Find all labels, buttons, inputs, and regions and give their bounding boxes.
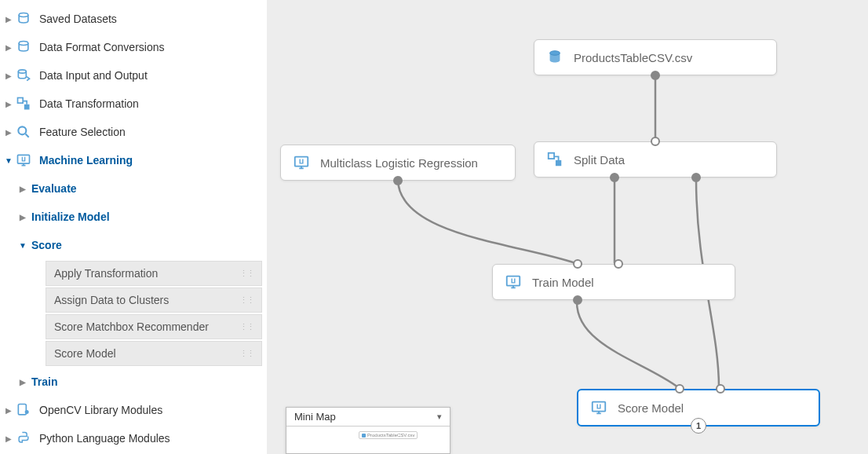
- tree-item-initialize-model[interactable]: ▶ Initialize Model: [17, 203, 267, 231]
- transform-icon: [14, 94, 33, 113]
- cylinder-icon: [545, 48, 564, 67]
- ml-icon: [14, 151, 33, 170]
- node-dataset[interactable]: ProductsTableCSV.csv: [534, 39, 777, 75]
- ml-icon: [504, 273, 523, 291]
- magnify-icon: [14, 123, 33, 141]
- ml-icon: [589, 398, 608, 417]
- output-port[interactable]: [573, 295, 582, 305]
- tree-item-machine-learning[interactable]: ▼ Machine Learning: [3, 146, 267, 174]
- opencv-icon: [14, 401, 33, 419]
- ml-icon: [292, 153, 311, 172]
- minimap-header[interactable]: Mini Map ▾: [286, 408, 450, 427]
- minimap-body[interactable]: ProductsTableCSV.csv: [286, 427, 450, 453]
- node-label: Train Model: [532, 276, 594, 289]
- module-label: Apply Transformation: [54, 267, 158, 280]
- svg-rect-13: [295, 157, 308, 167]
- svg-rect-6: [18, 155, 30, 163]
- drag-grip-icon: ⋮⋮: [239, 269, 253, 279]
- tree-label: Data Input and Output: [39, 69, 267, 82]
- minimap-node: ProductsTableCSV.csv: [359, 431, 418, 439]
- tree-label: Feature Selection: [39, 126, 267, 138]
- svg-point-5: [18, 126, 26, 134]
- tree-item-saved-datasets[interactable]: ▶ Saved Datasets: [3, 5, 267, 33]
- input-port-1[interactable]: [675, 384, 684, 394]
- module-assign-clusters[interactable]: Assign Data to Clusters ⋮⋮: [46, 287, 262, 313]
- chevron-right-icon: ▶: [3, 43, 14, 52]
- tree-label: Python Language Modules: [39, 432, 267, 445]
- cylinder-icon: [14, 9, 33, 28]
- svg-rect-14: [549, 153, 554, 159]
- tree-item-evaluate[interactable]: ▶ Evaluate: [17, 174, 267, 203]
- svg-point-8: [25, 410, 29, 414]
- tree-label: Evaluate: [31, 182, 267, 195]
- module-label: Score Model: [54, 347, 116, 360]
- output-count-badge[interactable]: 1: [691, 418, 706, 434]
- cylinder-arrow-icon: [14, 66, 33, 85]
- chevron-down-icon: ▼: [3, 156, 14, 165]
- tree-item-python[interactable]: ▶ Python Language Modules: [3, 424, 267, 452]
- input-port-1[interactable]: [573, 259, 582, 269]
- tree-label: Machine Learning: [39, 154, 267, 167]
- node-multiclass-logistic-regression[interactable]: Multiclass Logistic Regression: [280, 145, 516, 181]
- cylinder-icon: [14, 38, 33, 57]
- module-apply-transformation[interactable]: Apply Transformation ⋮⋮: [46, 261, 262, 286]
- svg-rect-17: [593, 402, 606, 412]
- tree-label: Data Format Conversions: [39, 41, 267, 53]
- svg-point-0: [19, 13, 28, 17]
- tree-item-data-io[interactable]: ▶ Data Input and Output: [3, 61, 267, 90]
- tree-label: Data Transformation: [39, 97, 267, 110]
- node-label: Score Model: [618, 401, 684, 415]
- node-score-model[interactable]: Score Model 1: [577, 389, 820, 427]
- minimap-title: Mini Map: [294, 411, 336, 423]
- tree-label: Initialize Model: [31, 211, 267, 223]
- svg-point-2: [18, 70, 26, 73]
- module-score-model[interactable]: Score Model ⋮⋮: [46, 341, 262, 366]
- svg-rect-16: [507, 276, 520, 286]
- chevron-right-icon: ▶: [17, 213, 28, 222]
- chevron-right-icon: ▶: [3, 128, 14, 137]
- drag-grip-icon: ⋮⋮: [239, 322, 253, 332]
- minimap-panel[interactable]: Mini Map ▾ ProductsTableCSV.csv: [286, 407, 450, 454]
- module-label: Score Matchbox Recommender: [54, 320, 209, 333]
- tree-label: Saved Datasets: [39, 13, 267, 25]
- tree-item-opencv[interactable]: ▶ OpenCV Library Modules: [3, 396, 267, 424]
- node-label: Split Data: [574, 153, 625, 167]
- svg-rect-7: [18, 405, 26, 415]
- chevron-right-icon: ▶: [17, 185, 28, 193]
- output-port[interactable]: [651, 71, 660, 80]
- node-label: Multiclass Logistic Regression: [320, 156, 478, 170]
- node-train-model[interactable]: Train Model: [492, 264, 735, 300]
- svg-rect-4: [24, 104, 30, 110]
- chevron-down-icon[interactable]: ▾: [437, 412, 442, 422]
- node-label: ProductsTableCSV.csv: [574, 51, 692, 64]
- module-tree-sidebar[interactable]: ▶ Saved Datasets ▶ Data Format Conversio…: [0, 0, 267, 454]
- tree-item-score[interactable]: ▼ Score: [17, 231, 267, 259]
- chevron-right-icon: ▶: [3, 100, 14, 108]
- tree-item-feature-selection[interactable]: ▶ Feature Selection: [3, 118, 267, 146]
- minimap-node-label: ProductsTableCSV.csv: [367, 433, 414, 438]
- chevron-right-icon: ▶: [3, 406, 14, 415]
- output-port-2[interactable]: [691, 173, 701, 182]
- tree-item-data-format[interactable]: ▶ Data Format Conversions: [3, 33, 267, 61]
- node-split-data[interactable]: Split Data: [534, 141, 777, 178]
- tree-item-train[interactable]: ▶ Train: [17, 368, 267, 396]
- input-port[interactable]: [651, 137, 660, 146]
- transform-icon: [545, 150, 564, 169]
- drag-grip-icon: ⋮⋮: [239, 349, 253, 359]
- tree-label: Score: [31, 239, 267, 251]
- output-port[interactable]: [393, 176, 403, 185]
- svg-point-1: [19, 42, 28, 46]
- chevron-right-icon: ▶: [3, 434, 14, 443]
- tree-label: OpenCV Library Modules: [39, 404, 267, 416]
- output-port-1[interactable]: [610, 173, 619, 182]
- module-score-matchbox[interactable]: Score Matchbox Recommender ⋮⋮: [46, 314, 262, 339]
- input-port-2[interactable]: [716, 384, 725, 394]
- input-port-2[interactable]: [614, 259, 623, 269]
- experiment-canvas[interactable]: ProductsTableCSV.csv Multiclass Logistic…: [267, 0, 868, 454]
- tree-item-data-transform[interactable]: ▶ Data Transformation: [3, 90, 267, 118]
- python-icon: [14, 429, 33, 448]
- drag-grip-icon: ⋮⋮: [239, 295, 253, 306]
- svg-rect-3: [18, 98, 24, 104]
- tree-label: Train: [31, 375, 267, 388]
- chevron-right-icon: ▶: [3, 15, 14, 24]
